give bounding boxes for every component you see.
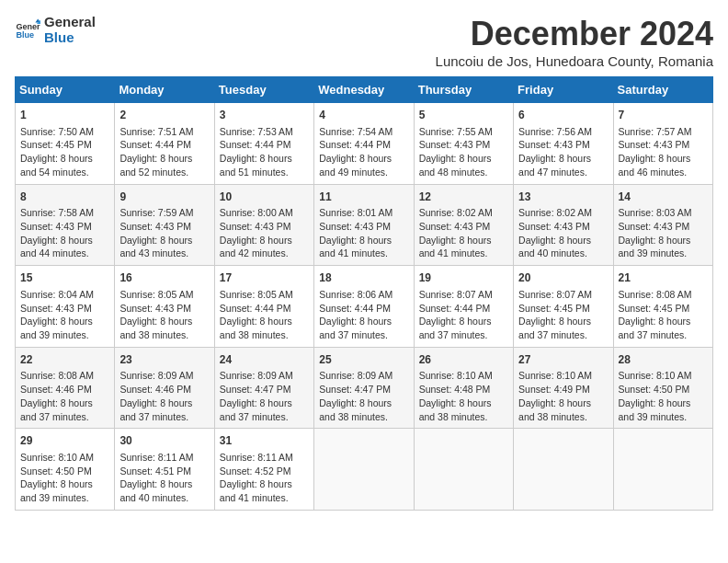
day-info-line: Daylight: 8 hours [119,315,209,328]
month-title: December 2024 [436,15,713,53]
day-number: 20 [518,270,608,286]
calendar-cell: 25Sunrise: 8:09 AMSunset: 4:47 PMDayligh… [314,347,414,429]
day-info-line: and 47 minutes. [518,166,608,179]
calendar-header: SundayMondayTuesdayWednesdayThursdayFrid… [16,77,713,103]
day-number: 3 [220,108,309,123]
day-number: 4 [319,108,408,123]
day-info-line: Daylight: 8 hours [20,477,109,491]
calendar-cell [314,429,414,511]
day-info-line: Daylight: 8 hours [20,152,109,166]
day-info-line: and 49 minutes. [319,166,408,179]
logo-general: General [44,15,96,30]
day-info-line: Sunrise: 8:07 AM [518,288,608,302]
week-row-5: 29Sunrise: 8:10 AMSunset: 4:50 PMDayligh… [16,429,713,511]
calendar-cell: 24Sunrise: 8:09 AMSunset: 4:47 PMDayligh… [214,347,313,429]
day-info-line: Sunset: 4:43 PM [319,220,408,234]
day-info-line: Sunrise: 8:09 AM [220,369,309,383]
day-number: 14 [619,190,708,205]
calendar-cell: 23Sunrise: 8:09 AMSunset: 4:46 PMDayligh… [115,347,214,429]
day-info-line: and 38 minutes. [419,410,508,424]
day-info-line: Daylight: 8 hours [319,234,408,247]
day-info-line: Sunset: 4:47 PM [319,383,408,396]
day-info-line: and 39 minutes. [20,328,109,342]
day-info-line: Daylight: 8 hours [220,315,309,328]
day-info-line: Daylight: 8 hours [319,396,408,410]
day-info-line: Sunset: 4:46 PM [20,383,109,396]
day-info-line: and 39 minutes. [619,410,708,424]
calendar-cell: 19Sunrise: 8:07 AMSunset: 4:44 PMDayligh… [414,266,513,348]
calendar-cell: 11Sunrise: 8:01 AMSunset: 4:43 PMDayligh… [314,184,414,266]
day-info-line: and 37 minutes. [419,328,508,342]
calendar-cell: 22Sunrise: 8:08 AMSunset: 4:46 PMDayligh… [16,347,115,429]
logo-blue: Blue [44,30,96,46]
day-info-line: Daylight: 8 hours [119,234,209,247]
day-info-line: and 37 minutes. [20,410,109,424]
day-info-line: Sunrise: 8:02 AM [518,206,608,220]
day-info-line: Sunset: 4:43 PM [20,220,109,234]
day-info-line: Daylight: 8 hours [518,396,608,410]
week-row-1: 1Sunrise: 7:50 AMSunset: 4:45 PMDaylight… [16,103,713,185]
day-info-line: Daylight: 8 hours [119,152,209,166]
day-info-line: Daylight: 8 hours [619,234,708,247]
day-info-line: Daylight: 8 hours [419,396,508,410]
day-info-line: Sunset: 4:45 PM [20,138,109,152]
logo-icon: General Blue [15,17,40,43]
day-number: 26 [419,352,508,368]
day-info-line: Daylight: 8 hours [619,396,708,410]
day-info-line: Sunset: 4:46 PM [119,383,209,396]
day-info-line: Sunset: 4:48 PM [419,383,508,396]
day-info-line: Sunset: 4:43 PM [20,302,109,316]
day-info-line: Daylight: 8 hours [119,396,209,410]
calendar-cell: 28Sunrise: 8:10 AMSunset: 4:50 PMDayligh… [613,347,712,429]
calendar-cell: 1Sunrise: 7:50 AMSunset: 4:45 PMDaylight… [16,103,115,185]
day-info-line: and 38 minutes. [319,410,408,424]
day-number: 30 [119,433,209,449]
day-info-line: and 38 minutes. [119,328,209,342]
day-number: 23 [119,352,209,368]
day-info-line: Sunrise: 8:05 AM [119,288,209,302]
day-info-line: and 38 minutes. [220,328,309,342]
day-info-line: and 37 minutes. [119,410,209,424]
day-info-line: Sunrise: 8:11 AM [119,451,209,465]
day-info-line: Sunrise: 8:01 AM [319,206,408,220]
calendar-cell: 26Sunrise: 8:10 AMSunset: 4:48 PMDayligh… [414,347,513,429]
day-info-line: Daylight: 8 hours [319,152,408,166]
day-info-line: Sunset: 4:43 PM [119,220,209,234]
day-info-line: and 42 minutes. [220,247,309,260]
week-row-4: 22Sunrise: 8:08 AMSunset: 4:46 PMDayligh… [16,347,713,429]
day-info-line: Sunset: 4:52 PM [220,465,309,478]
day-info-line: Sunrise: 7:57 AM [619,125,708,139]
day-info-line: Sunset: 4:43 PM [119,302,209,316]
day-info-line: and 43 minutes. [119,247,209,260]
day-number: 19 [419,270,508,286]
day-info-line: Sunset: 4:44 PM [319,138,408,152]
day-number: 7 [619,108,708,123]
day-info-line: and 37 minutes. [518,328,608,342]
calendar-cell: 15Sunrise: 8:04 AMSunset: 4:43 PMDayligh… [16,266,115,348]
day-info-line: Sunset: 4:45 PM [619,302,708,316]
day-number: 5 [419,108,508,123]
day-info-line: Daylight: 8 hours [220,477,309,491]
day-info-line: Sunset: 4:44 PM [419,302,508,316]
day-info-line: Sunrise: 8:11 AM [220,451,309,465]
day-info-line: Sunset: 4:44 PM [319,302,408,316]
day-info-line: Sunset: 4:51 PM [119,465,209,478]
day-info-line: Sunrise: 8:10 AM [20,451,109,465]
day-info-line: Daylight: 8 hours [220,152,309,166]
day-info-line: and 37 minutes. [319,328,408,342]
calendar-cell: 29Sunrise: 8:10 AMSunset: 4:50 PMDayligh… [16,429,115,511]
day-number: 27 [518,352,608,368]
day-info-line: Daylight: 8 hours [419,234,508,247]
calendar-cell [613,429,712,511]
day-number: 25 [319,352,408,368]
day-number: 2 [119,108,209,123]
col-header-saturday: Saturday [613,77,712,103]
calendar-cell [414,429,513,511]
day-info-line: Sunset: 4:49 PM [518,383,608,396]
calendar-cell: 13Sunrise: 8:02 AMSunset: 4:43 PMDayligh… [514,184,613,266]
calendar-cell: 21Sunrise: 8:08 AMSunset: 4:45 PMDayligh… [613,266,712,348]
calendar-cell: 2Sunrise: 7:51 AMSunset: 4:44 PMDaylight… [115,103,214,185]
day-info-line: Daylight: 8 hours [419,152,508,166]
day-info-line: and 40 minutes. [518,247,608,260]
col-header-tuesday: Tuesday [214,77,313,103]
